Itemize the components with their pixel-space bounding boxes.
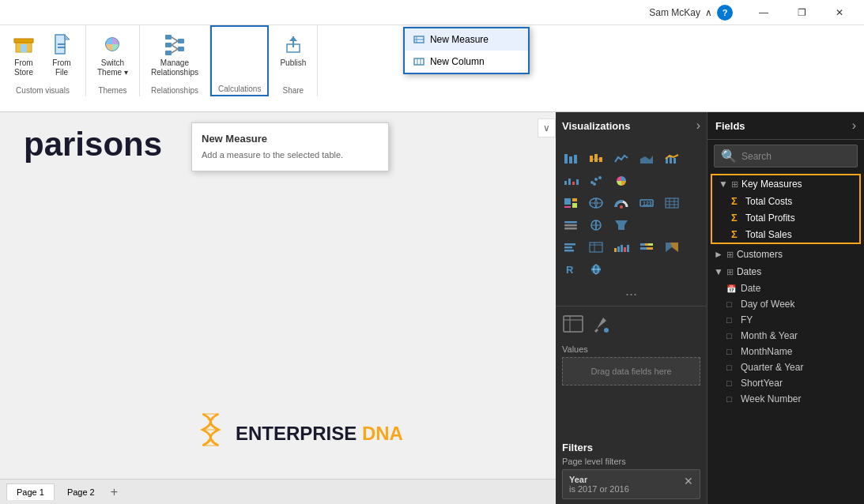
- viz-ribbon[interactable]: [660, 237, 684, 258]
- viz-R[interactable]: R: [559, 259, 583, 280]
- fields-search-box[interactable]: 🔍: [714, 145, 858, 167]
- from-file-button[interactable]: FromFile: [44, 28, 79, 81]
- field-item-fy[interactable]: □ FY: [707, 312, 864, 328]
- viz-row-1: [559, 149, 704, 191]
- month-name-icon: □: [726, 347, 738, 356]
- week-number-label: Week Number: [741, 393, 801, 404]
- new-measure-label: New Measure: [430, 34, 489, 45]
- viz-waterfall2[interactable]: [609, 237, 633, 258]
- dna-icon: [194, 410, 226, 457]
- field-item-date[interactable]: 📅 Date: [707, 280, 864, 296]
- total-profits-label: Total Profits: [745, 213, 795, 224]
- svg-rect-20: [414, 58, 424, 65]
- add-page-button[interactable]: +: [108, 482, 121, 502]
- theme-icon: [100, 32, 125, 57]
- viz-stacked-bar[interactable]: [559, 149, 583, 169]
- key-measures-chevron: ▼: [719, 179, 728, 190]
- viz-combo-chart[interactable]: [660, 149, 684, 169]
- viz-globe[interactable]: [584, 215, 608, 235]
- field-item-total-sales[interactable]: Σ Total Sales: [712, 226, 859, 243]
- svg-rect-84: [640, 247, 647, 250]
- viz-pie[interactable]: [609, 171, 633, 191]
- svg-rect-72: [564, 250, 574, 252]
- new-measure-dropdown-item[interactable]: New Measure: [405, 28, 528, 51]
- svg-rect-80: [627, 245, 629, 252]
- canvas-collapse-button[interactable]: ∨: [538, 118, 556, 137]
- share-label: Share: [283, 86, 304, 95]
- field-item-month-year[interactable]: □ Month & Year: [707, 328, 864, 344]
- fields-search-input[interactable]: [741, 151, 851, 162]
- field-item-quarter-year[interactable]: □ Quarter & Year: [707, 359, 864, 375]
- help-button[interactable]: ?: [717, 5, 733, 21]
- filter-close-button[interactable]: ✕: [684, 475, 693, 487]
- viz-treemap[interactable]: [559, 193, 583, 213]
- svg-rect-70: [564, 243, 575, 246]
- customers-group[interactable]: ► ⊞ Customers: [707, 246, 864, 263]
- viz-line-chart[interactable]: [609, 149, 633, 169]
- viz-globe2[interactable]: [584, 259, 608, 280]
- key-measures-group[interactable]: ▼ ⊞ Key Measures: [712, 175, 859, 193]
- viz-bar-chart[interactable]: [584, 149, 608, 169]
- ribbon-group-calculations: Calculations New Measure: [210, 25, 269, 96]
- values-label-area: Values Drag data fields here: [556, 341, 707, 389]
- svg-rect-43: [568, 179, 571, 185]
- filter-name: Year: [569, 475, 629, 484]
- key-measures-group-box: ▼ ⊞ Key Measures Σ Total Costs Σ Total P…: [711, 174, 861, 244]
- viz-table[interactable]: [584, 237, 608, 258]
- viz-panel-expand[interactable]: ›: [696, 118, 700, 133]
- viz-funnel[interactable]: [609, 215, 633, 235]
- minimize-button[interactable]: —: [745, 0, 782, 25]
- viz-map[interactable]: [584, 193, 608, 213]
- viz-waterfall[interactable]: [559, 171, 583, 191]
- sigma-icon-profits: Σ: [731, 212, 742, 224]
- manage-relationships-button[interactable]: ManageRelationships: [146, 28, 203, 81]
- fields-expand-icon[interactable]: ›: [852, 118, 856, 133]
- fields-panel-header: Fields ›: [707, 112, 864, 140]
- ribbon-group-share: Publish Share: [269, 25, 318, 96]
- format-fields-button[interactable]: [562, 313, 584, 335]
- field-item-day-of-week[interactable]: □ Day of Week: [707, 296, 864, 312]
- viz-area-chart[interactable]: [635, 149, 658, 169]
- relationships-icon: [162, 32, 187, 57]
- page-tab-2[interactable]: Page 2: [58, 484, 104, 500]
- viz-scatter[interactable]: [584, 171, 608, 191]
- field-item-total-costs[interactable]: Σ Total Costs: [712, 193, 859, 209]
- svg-rect-33: [574, 155, 577, 164]
- viz-more-button[interactable]: ...: [559, 280, 704, 303]
- svg-point-48: [598, 176, 602, 179]
- manage-relationships-label: ManageRelationships: [151, 58, 198, 77]
- publish-button[interactable]: Publish: [275, 28, 311, 71]
- viz-hstack[interactable]: [635, 237, 658, 258]
- format-paint-button[interactable]: [590, 313, 613, 335]
- svg-marker-4: [65, 35, 70, 39]
- enterprise-text: ENTERPRISE: [236, 423, 362, 444]
- viz-gauge[interactable]: [609, 193, 633, 213]
- svg-rect-8: [165, 35, 172, 39]
- drag-data-fields[interactable]: Drag data fields here: [562, 357, 700, 386]
- sigma-icon-dow: □: [726, 299, 738, 309]
- filters-section: Filters Page level filters Year is 2017 …: [556, 437, 707, 504]
- column-icon: [413, 55, 425, 68]
- viz-slicer[interactable]: [559, 215, 583, 235]
- close-button[interactable]: ✕: [821, 0, 858, 25]
- field-item-total-profits[interactable]: Σ Total Profits: [712, 209, 859, 226]
- svg-rect-92: [564, 316, 583, 332]
- enterprise-dna-logo: ENTERPRISE DNA: [194, 410, 403, 457]
- viz-hbar[interactable]: [559, 237, 583, 258]
- viz-matrix[interactable]: [660, 193, 684, 213]
- publish-icon: [281, 32, 306, 57]
- svg-rect-42: [564, 181, 567, 185]
- dates-group[interactable]: ▼ ⊞ Dates: [707, 263, 864, 280]
- user-chevron: ∧: [705, 7, 712, 18]
- restore-button[interactable]: ❐: [783, 0, 820, 25]
- page-tab-1[interactable]: Page 1: [6, 483, 55, 500]
- field-item-short-year[interactable]: □ ShortYear: [707, 375, 864, 391]
- viz-card[interactable]: 123: [635, 193, 658, 213]
- field-item-week-number[interactable]: □ Week Number: [707, 391, 864, 407]
- new-column-dropdown-item[interactable]: New Column: [405, 51, 528, 73]
- field-item-month-name[interactable]: □ MonthName: [707, 344, 864, 359]
- switch-theme-button[interactable]: SwitchTheme ▾: [92, 28, 133, 81]
- fy-label: FY: [741, 314, 753, 325]
- date-label: Date: [741, 283, 760, 294]
- from-store-button[interactable]: FromStore: [6, 28, 41, 81]
